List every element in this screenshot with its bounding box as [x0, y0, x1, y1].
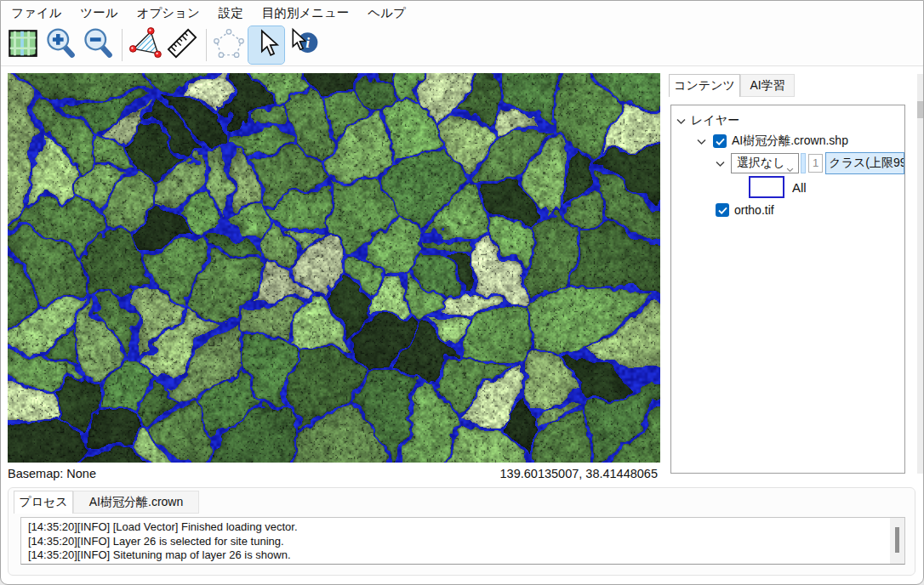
tab-crown-result[interactable]: AI樹冠分離.crown [73, 491, 199, 514]
tree-row-class-controls: 選択なし 1 クラス(上限99 [716, 151, 904, 174]
cursor-icon [250, 27, 282, 63]
menu-purpose[interactable]: 目的別メニュー [253, 2, 359, 25]
menu-bar: ファイル ツール オプション 設定 目的別メニュー ヘルプ [1, 1, 924, 25]
legend-all-label: All [792, 180, 807, 195]
log-scrollbar[interactable] [890, 518, 904, 564]
selection-mode-dropdown[interactable]: 選択なし [731, 153, 799, 173]
menu-help[interactable]: ヘルプ [358, 2, 415, 25]
basemap-button[interactable] [5, 26, 41, 64]
menu-options[interactable]: オプション [128, 2, 209, 25]
legend-color-swatch[interactable] [749, 176, 784, 198]
map-icon [7, 27, 39, 63]
selection-mode-value: 選択なし [737, 156, 785, 171]
tree-row-crown-layer[interactable]: AI樹冠分離.crown.shp [697, 131, 904, 151]
ortho-layer-checkbox[interactable] [716, 203, 729, 217]
crown-layer-checkbox[interactable] [713, 134, 727, 148]
measure-area-button[interactable] [127, 26, 163, 64]
tree-row-legend-all[interactable]: All [749, 174, 904, 200]
tab-crown-result-label: AI樹冠分離.crown [89, 495, 183, 510]
polygon-select-button[interactable] [211, 26, 247, 64]
color-strip [801, 153, 806, 173]
class-limit-button[interactable]: クラス(上限99 [825, 152, 904, 174]
measure-distance-button[interactable] [164, 26, 200, 64]
ruler-icon [164, 26, 200, 65]
class-count-field[interactable]: 1 [808, 154, 823, 173]
ortho-layer-label: ortho.tif [734, 203, 774, 217]
tab-process[interactable]: プロセス [14, 491, 73, 514]
chevron-down-icon[interactable] [716, 156, 725, 170]
log-scrollbar-thumb[interactable] [895, 527, 899, 553]
zoom-in-button[interactable] [43, 26, 78, 64]
tree-row-ortho-layer[interactable]: ortho.tif [716, 200, 904, 220]
right-panel-scrollbar-thumb[interactable] [917, 101, 924, 118]
layer-tree-panel: レイヤー AI樹冠分離.crown.shp 選択なし 1 クラス(上限 [670, 105, 905, 474]
chevron-down-icon[interactable] [697, 134, 706, 148]
zoom-out-button[interactable] [80, 26, 116, 64]
crown-layer-label: AI樹冠分離.crown.shp [732, 133, 848, 149]
chevron-down-icon [786, 162, 794, 175]
right-panel-scrollbar[interactable] [917, 74, 924, 474]
chevron-down-icon[interactable] [676, 114, 686, 128]
bottom-panel: プロセス AI樹冠分離.crown [14:35:20][INFO] [Load… [8, 487, 915, 576]
tab-ai-learning[interactable]: AI学習 [740, 74, 795, 97]
application-window: ファイル ツール オプション 設定 目的別メニュー ヘルプ [0, 0, 924, 585]
toolbar-separator [206, 29, 207, 61]
zoom-out-icon [81, 26, 115, 64]
menu-tools[interactable]: ツール [71, 2, 127, 25]
menu-file[interactable]: ファイル [2, 2, 71, 25]
svg-text:i: i [305, 35, 310, 51]
process-log[interactable]: [14:35:20][INFO] [Load Vector] Finished … [20, 517, 905, 565]
tab-contents-label: コンテンツ [674, 78, 735, 94]
cursor-coordinates: 139.60135007, 38.41448065 [384, 467, 658, 480]
basemap-status: Basemap: None [8, 467, 96, 480]
tab-process-label: プロセス [19, 495, 67, 510]
identify-button[interactable]: i [286, 26, 322, 64]
log-line: [14:35:20][INFO] [Load Vector] Finished … [28, 520, 884, 535]
menu-settings[interactable]: 設定 [209, 2, 253, 25]
map-canvas[interactable] [8, 73, 660, 463]
log-line: [14:35:20][INFO] Layer 26 is selected fo… [28, 535, 884, 549]
polygon-icon [212, 26, 246, 64]
zoom-in-icon [43, 26, 77, 64]
toolbar: i [1, 25, 923, 66]
log-line: [14:35:20][INFO] Sitetuning map of layer… [28, 548, 884, 563]
tab-ai-learning-label: AI学習 [750, 78, 784, 94]
tree-row-layers[interactable]: レイヤー [676, 111, 904, 131]
layers-root-label: レイヤー [691, 113, 739, 128]
tab-contents[interactable]: コンテンツ [669, 74, 740, 97]
measure-area-icon [127, 26, 163, 65]
identify-info-icon: i [287, 26, 321, 64]
toolbar-separator [122, 29, 123, 61]
select-cursor-button[interactable] [248, 26, 284, 64]
